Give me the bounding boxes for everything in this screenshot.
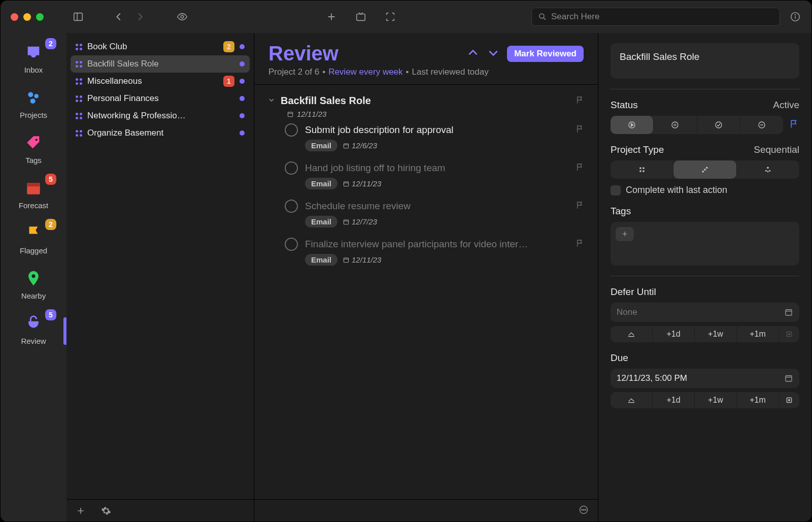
forward-icon[interactable] — [134, 11, 146, 23]
perspective-label: Nearby — [21, 291, 46, 300]
type-parallel-icon[interactable] — [611, 160, 673, 179]
minimize-window[interactable] — [23, 13, 31, 21]
badge: 2 — [45, 38, 56, 49]
eye-icon[interactable] — [175, 11, 190, 23]
type-sequential-icon[interactable] — [673, 160, 736, 179]
status-dot-icon — [240, 79, 245, 84]
flag-toggle-icon[interactable] — [789, 119, 799, 131]
perspective-review[interactable]: Review5 — [1, 313, 66, 345]
perspective-forecast[interactable]: Forecast5 — [1, 178, 66, 210]
due-1w-button[interactable]: +1w — [695, 392, 737, 408]
flag-icon[interactable] — [576, 95, 585, 107]
flagged-icon — [23, 223, 44, 243]
task-row[interactable]: Finalize interview panel participants fo… — [262, 233, 590, 271]
zoom-window[interactable] — [36, 13, 44, 21]
task-checkbox[interactable] — [285, 161, 298, 175]
task-tag[interactable]: Email — [305, 254, 337, 266]
task-tag[interactable]: Email — [305, 140, 337, 151]
complete-last-checkbox[interactable]: Complete with last action — [611, 185, 799, 195]
flag-icon[interactable] — [576, 201, 585, 212]
due-clear-icon[interactable] — [779, 392, 799, 408]
defer-today-icon[interactable] — [611, 326, 653, 342]
drag-handle-icon[interactable] — [76, 130, 82, 137]
status-segmented[interactable] — [611, 116, 783, 134]
task-row[interactable]: Submit job description for approvalEmail… — [262, 118, 590, 156]
drag-handle-icon[interactable] — [76, 78, 82, 85]
task-tag[interactable]: Email — [305, 178, 337, 189]
flag-icon[interactable] — [576, 239, 585, 250]
checkbox-icon[interactable] — [611, 185, 621, 195]
focus-icon[interactable] — [384, 11, 396, 23]
perspective-tags[interactable]: Tags — [1, 133, 66, 165]
project-row[interactable]: Networking & Professio… — [71, 107, 250, 124]
titlebar: Search Here — [1, 1, 811, 33]
due-1m-button[interactable]: +1m — [737, 392, 779, 408]
task-checkbox[interactable] — [285, 123, 298, 137]
svg-line-7 — [544, 18, 546, 20]
due-1d-button[interactable]: +1d — [653, 392, 695, 408]
project-row[interactable]: Backfill Sales Role — [71, 55, 250, 73]
status-hold-icon[interactable] — [654, 116, 697, 134]
flag-icon[interactable] — [576, 124, 585, 136]
group-header[interactable]: Backfill Sales Role — [262, 92, 590, 110]
drag-handle-icon[interactable] — [76, 61, 82, 68]
project-row[interactable]: Miscellaneous1 — [71, 73, 250, 90]
inspector-title-field[interactable]: Backfill Sales Role — [611, 43, 799, 79]
calendar-icon[interactable] — [784, 308, 793, 317]
drag-handle-icon[interactable] — [76, 44, 82, 50]
task-checkbox[interactable] — [285, 200, 298, 213]
due-today-icon[interactable] — [611, 392, 653, 408]
due-date-field[interactable]: 12/11/23, 5:00 PM — [611, 369, 799, 388]
review-interval-link[interactable]: Review every week — [328, 67, 402, 77]
task-date: 12/6/23 — [343, 141, 377, 150]
type-single-icon[interactable] — [737, 160, 799, 179]
mark-reviewed-button[interactable]: Mark Reviewed — [507, 46, 584, 62]
group-date: 12/11/23 — [262, 110, 590, 118]
add-item-icon[interactable] — [76, 506, 86, 516]
svg-rect-24 — [344, 181, 348, 186]
perspective-flagged[interactable]: Flagged2 — [1, 223, 66, 255]
status-dropped-icon[interactable] — [740, 116, 783, 134]
gear-icon[interactable] — [101, 506, 111, 516]
info-icon[interactable] — [789, 11, 801, 23]
more-icon[interactable] — [579, 505, 589, 517]
project-row[interactable]: Organize Basement — [71, 124, 250, 142]
close-window[interactable] — [11, 13, 18, 21]
status-active-icon[interactable] — [611, 116, 654, 134]
drag-handle-icon[interactable] — [76, 95, 82, 102]
task-tag[interactable]: Email — [305, 216, 337, 227]
back-icon[interactable] — [113, 11, 125, 23]
review-icon — [23, 313, 44, 334]
task-row[interactable]: Schedule resume reviewEmail12/7/23 — [262, 194, 590, 233]
sidebar-toggle-icon[interactable] — [72, 11, 84, 23]
perspective-nearby[interactable]: Nearby — [1, 268, 66, 300]
defer-1m-button[interactable]: +1m — [737, 326, 779, 342]
project-row[interactable]: Personal Finances — [71, 90, 250, 107]
prev-project-icon[interactable] — [466, 46, 480, 61]
perspective-label: Projects — [20, 111, 47, 119]
project-row[interactable]: Book Club2 — [71, 38, 250, 55]
tags-field[interactable]: + — [611, 222, 799, 266]
type-segmented[interactable] — [611, 160, 799, 179]
add-icon[interactable] — [325, 11, 337, 23]
add-tag-icon[interactable]: + — [616, 227, 634, 241]
search-input[interactable]: Search Here — [531, 8, 780, 26]
status-done-icon[interactable] — [697, 116, 740, 134]
task-title: Submit job description for approval — [305, 124, 568, 136]
quick-entry-icon[interactable] — [355, 11, 367, 23]
defer-1w-button[interactable]: +1w — [695, 326, 737, 342]
flag-icon[interactable] — [576, 162, 585, 174]
calendar-icon[interactable] — [784, 374, 793, 383]
drag-handle-icon[interactable] — [76, 113, 82, 119]
task-checkbox[interactable] — [285, 238, 298, 251]
perspective-inbox[interactable]: Inbox2 — [1, 42, 66, 74]
project-count-badge: 1 — [223, 76, 234, 87]
next-project-icon[interactable] — [487, 46, 500, 61]
task-row[interactable]: Hand job listing off to hiring teamEmail… — [262, 156, 590, 194]
defer-date-field[interactable]: None — [611, 303, 799, 322]
chevron-down-icon[interactable] — [267, 96, 276, 106]
perspective-projects[interactable]: Projects — [1, 87, 66, 119]
defer-1d-button[interactable]: +1d — [653, 326, 695, 342]
svg-rect-22 — [344, 143, 348, 148]
defer-clear-icon[interactable] — [779, 326, 799, 342]
